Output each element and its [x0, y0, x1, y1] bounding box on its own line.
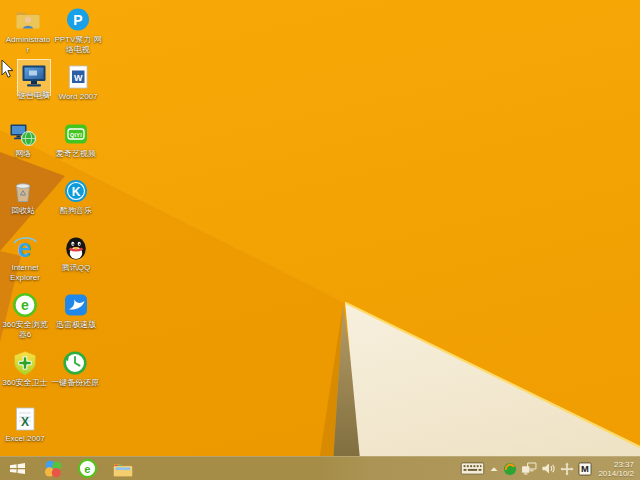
- 360-security-tray-icon[interactable]: [503, 462, 517, 476]
- svg-text:X: X: [21, 415, 29, 429]
- clock-date: 2014/10/2: [598, 469, 634, 478]
- desktop-icon-iqiyi[interactable]: QIYI 爱奇艺视频: [48, 119, 104, 159]
- 360-browser-icon: e: [0, 290, 53, 318]
- desktop-icon-xunlei[interactable]: 迅雷极速版: [48, 290, 104, 330]
- svg-text:K: K: [72, 185, 81, 199]
- icon-label: Word 2007: [50, 92, 106, 102]
- desktop-icon-kugou[interactable]: K 酷狗音乐: [48, 176, 104, 216]
- desktop-icon-360-safe[interactable]: 360安全卫士: [0, 348, 53, 388]
- touch-keyboard-icon[interactable]: [460, 461, 485, 476]
- svg-text:M: M: [582, 464, 590, 474]
- network-icon: [0, 119, 51, 147]
- taskbar-button-file-explorer[interactable]: [105, 457, 140, 480]
- pinwheel-icon: [42, 458, 64, 480]
- desktop-icon-360-browser[interactable]: e 360安全浏览 器6: [0, 290, 53, 339]
- icon-label: Internet Explorer: [0, 263, 53, 282]
- icon-label: 腾讯QQ: [48, 263, 104, 273]
- svg-text:W: W: [74, 73, 83, 83]
- windows-flag-icon: [8, 459, 27, 478]
- svg-text:e: e: [21, 297, 29, 313]
- mouse-cursor: [1, 59, 15, 83]
- taskbar-button-360-browser[interactable]: e: [70, 457, 105, 480]
- clock-time: 23:37: [598, 460, 634, 469]
- icon-label: 360安全卫士: [0, 378, 53, 388]
- word-icon: W: [50, 62, 106, 90]
- desktop-icon-recycle-bin[interactable]: 回收站: [0, 176, 51, 216]
- icon-label: 迅雷极速版: [48, 320, 104, 330]
- show-hidden-icons-chevron[interactable]: [489, 464, 499, 474]
- icon-label: 爱奇艺视频: [48, 149, 104, 159]
- start-button[interactable]: [0, 457, 35, 480]
- backup-clock-icon: [47, 348, 103, 376]
- taskbar: e: [0, 456, 640, 480]
- desktop-icon-administrator[interactable]: Administrato r: [0, 5, 56, 54]
- svg-text:QIYI: QIYI: [70, 132, 82, 138]
- 360-browser-icon: e: [77, 458, 98, 479]
- desktop-icon-backup-restore[interactable]: 一键备份还原: [47, 348, 103, 388]
- kugou-icon: K: [48, 176, 104, 204]
- input-mode-m-icon[interactable]: M: [578, 462, 592, 476]
- taskbar-clock[interactable]: 23:37 2014/10/2: [596, 460, 637, 478]
- volume-icon[interactable]: [541, 462, 556, 475]
- excel-icon: X: [0, 404, 53, 432]
- desktop-icon-word[interactable]: W Word 2007: [50, 62, 106, 102]
- desktop-icon-excel[interactable]: X Excel 2007: [0, 404, 53, 444]
- svg-text:e: e: [84, 463, 90, 475]
- user-folder-icon: [0, 5, 56, 33]
- icon-label: 回收站: [0, 206, 51, 216]
- xunlei-bird-icon: [48, 290, 104, 318]
- recycle-bin-icon: [0, 176, 51, 204]
- pptv-icon: P: [50, 5, 106, 33]
- icon-label: Excel 2007: [0, 434, 53, 444]
- system-tray: M 23:37 2014/10/2: [460, 460, 640, 478]
- icon-label: PPTV聚力 网 络电视: [50, 35, 106, 54]
- icon-label: Administrato r: [0, 35, 56, 54]
- icon-label: 360安全浏览 器6: [0, 320, 53, 339]
- input-tools-cross-icon[interactable]: [560, 462, 574, 476]
- shield-icon: [0, 348, 53, 376]
- desktop-background[interactable]: { "wallpaper": { "base_top": "#f8a907", …: [0, 0, 640, 480]
- ie-icon: e: [0, 233, 53, 261]
- svg-text:P: P: [73, 12, 82, 28]
- qq-penguin-icon: [48, 233, 104, 261]
- icon-label: 网络: [0, 149, 51, 159]
- desktop-icon-internet-explorer[interactable]: e Internet Explorer: [0, 233, 53, 282]
- network-status-icon[interactable]: [521, 462, 537, 475]
- icon-label: 酷狗音乐: [48, 206, 104, 216]
- desktop-icon-network[interactable]: 网络: [0, 119, 51, 159]
- taskbar-button-software-manager[interactable]: [35, 457, 70, 480]
- desktop-icon-qq[interactable]: 腾讯QQ: [48, 233, 104, 273]
- desktop-icon-pptv[interactable]: P PPTV聚力 网 络电视: [50, 5, 106, 54]
- iqiyi-icon: QIYI: [48, 119, 104, 147]
- folder-icon: [112, 458, 134, 480]
- icon-label: 一键备份还原: [47, 378, 103, 388]
